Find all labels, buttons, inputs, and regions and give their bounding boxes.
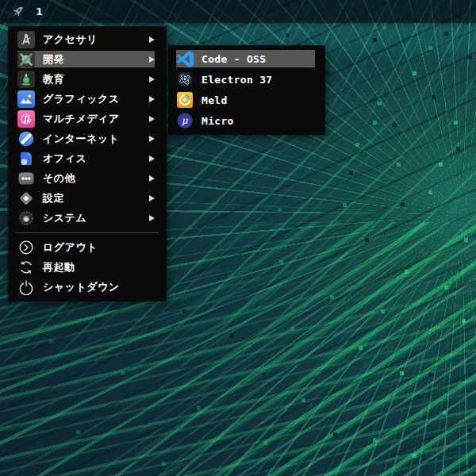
menu-item-development[interactable]: 開発 [14,49,160,69]
education-icon [17,71,35,88]
settings-icon [17,190,35,207]
menu-item-other[interactable]: その他 [14,168,160,188]
submenu-arrow-icon [149,215,155,221]
menu-item-graphics[interactable]: グラフィックス [14,89,160,109]
menu-item-label: 設定 [43,191,149,205]
submenu-item-label: Code - OSS [202,53,315,65]
menu-item-shutdown[interactable]: シャットダウン [14,277,160,297]
menu-item-label: マルチメディア [43,112,149,126]
accessories-icon [17,31,35,48]
menu-item-office[interactable]: オフィス [14,148,160,168]
rocket-icon [9,3,26,21]
menu-item-label: システム [43,211,149,225]
menu-item-label: アクセサリ [43,33,149,47]
workspace-indicator[interactable]: 1 [36,6,43,17]
submenu-arrow-icon [149,36,155,43]
submenu-item-electron[interactable]: Electron 37 [173,69,321,90]
menu-item-label: オフィス [43,152,149,166]
app-launcher-button[interactable] [8,2,27,21]
menu-item-label: グラフィックス [43,92,149,106]
electron-icon [176,71,194,88]
submenu-arrow-icon [149,155,155,162]
menu-item-label: その他 [43,171,149,186]
svg-text:μ: μ [182,115,188,126]
menu-item-accessories[interactable]: アクセサリ [14,29,160,49]
graphics-icon [17,90,35,108]
desktop: 1 アクセサリ 開発 教育 [0,0,476,476]
submenu-arrow-icon [149,56,155,63]
meld-icon [176,91,194,109]
menu-item-label: 再起動 [43,260,155,274]
submenu-arrow-icon [149,76,155,83]
menu-item-label: ログアウト [43,240,155,255]
submenu-item-label: Electron 37 [202,74,315,86]
other-icon [17,170,35,187]
system-icon [17,209,35,227]
multimedia-icon [17,110,35,128]
submenu-item-meld[interactable]: Meld [173,90,321,110]
submenu-arrow-icon [149,136,155,142]
submenu-arrow-icon [149,195,155,202]
submenu-item-micro[interactable]: μ Micro [173,110,321,131]
menu-item-internet[interactable]: インターネット [14,129,160,148]
menu-item-settings[interactable]: 設定 [14,188,160,208]
menu-item-education[interactable]: 教育 [14,69,160,89]
logout-icon [17,239,35,256]
submenu-arrow-icon [149,175,155,182]
code-oss-icon [176,50,194,67]
taskbar: 1 [0,0,476,23]
menu-item-restart[interactable]: 再起動 [14,257,160,277]
shutdown-icon [17,278,35,296]
menu-item-label: インターネット [43,132,149,146]
menu-item-label: シャットダウン [43,280,155,294]
internet-icon [17,130,35,148]
menu-separator [16,232,159,233]
menu-item-label: 教育 [43,72,149,86]
submenu-arrow-icon [149,96,155,102]
menu-item-logout[interactable]: ログアウト [14,237,160,257]
office-icon [17,150,35,167]
submenu-item-label: Micro [202,115,315,127]
micro-icon: μ [176,112,194,129]
submenu-item-code-oss[interactable]: Code - OSS [173,48,321,69]
menu-item-multimedia[interactable]: マルチメディア [14,109,160,129]
development-icon [17,51,35,68]
restart-icon [17,259,35,276]
menu-item-system[interactable]: システム [14,208,160,228]
submenu-arrow-icon [149,116,155,122]
development-submenu: Code - OSS Electron 37 Meld μ Micro [168,45,325,135]
applications-menu: アクセサリ 開発 教育 グラフィックス [8,26,167,301]
menu-item-label: 開発 [43,52,149,67]
submenu-item-label: Meld [202,94,315,106]
